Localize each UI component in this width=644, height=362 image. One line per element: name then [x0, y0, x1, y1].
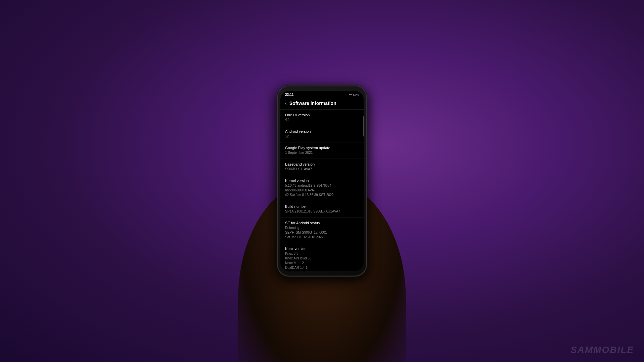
page-title: Software information	[289, 101, 336, 106]
status-icons: ▪▪▪ 52%	[349, 93, 359, 97]
info-list: One UI version4.1Android version12Google…	[280, 110, 364, 271]
phone-device: 23:11 ▪▪▪ 52% ‹ Software information One…	[277, 85, 367, 277]
phone-wrapper: 23:11 ▪▪▪ 52% ‹ Software information One…	[277, 85, 367, 277]
scroll-indicator	[363, 110, 364, 271]
back-button[interactable]: ‹	[285, 101, 287, 106]
info-item-label: Kernel version	[285, 179, 359, 183]
info-item-value: 1 September 2021	[285, 150, 359, 155]
info-item-value: 5.10.43-android12-9-23476684-abS906BXXU1…	[285, 183, 359, 197]
status-bar: 23:11 ▪▪▪ 52%	[280, 91, 364, 98]
nav-header: ‹ Software information	[280, 98, 364, 110]
info-item-value: Knox 3.8 Knox API level 35 Knox ML 1.2 D…	[285, 251, 359, 271]
info-item-value: Enforcing SEPF_SM-S906B_12_0001 Sat Jan …	[285, 226, 359, 240]
info-item: Baseband versionS906BXXU1AVA7	[280, 159, 364, 175]
watermark-text: SAMMOBILE	[571, 345, 634, 355]
info-item-label: Build number	[285, 204, 359, 208]
info-item-label: Google Play system update	[285, 146, 359, 150]
battery-indicator: 52%	[353, 93, 359, 97]
status-time: 23:11	[285, 93, 294, 97]
info-item: Knox versionKnox 3.8 Knox API level 35 K…	[280, 243, 364, 271]
info-item-label: One UI version	[285, 113, 359, 117]
info-item: Build numberSP1A.210812.016.S906BXXU1AVA…	[280, 201, 364, 218]
info-item-label: Knox version	[285, 247, 359, 251]
info-item: Google Play system update1 September 202…	[280, 142, 364, 159]
info-item-value: 4.1	[285, 118, 359, 122]
info-item: SE for Android statusEnforcing SEPF_SM-S…	[280, 218, 364, 243]
info-item-label: Baseband version	[285, 162, 359, 166]
info-item: Android version12	[280, 126, 364, 142]
content-area[interactable]: One UI version4.1Android version12Google…	[280, 110, 364, 271]
phone-screen: 23:11 ▪▪▪ 52% ‹ Software information One…	[280, 91, 364, 271]
info-item-value: 12	[285, 134, 359, 139]
scroll-thumb	[363, 116, 364, 136]
info-item-label: Android version	[285, 129, 359, 133]
info-item-value: SP1A.210812.016.S906BXXU1AVA7	[285, 209, 359, 214]
info-item: Kernel version5.10.43-android12-9-234766…	[280, 175, 364, 201]
info-item-label: SE for Android status	[285, 221, 359, 225]
info-item: One UI version4.1	[280, 110, 364, 126]
info-item-value: S906BXXU1AVA7	[285, 167, 359, 172]
scene: 23:11 ▪▪▪ 52% ‹ Software information One…	[0, 0, 644, 362]
signal-icon: ▪▪▪	[349, 93, 352, 96]
